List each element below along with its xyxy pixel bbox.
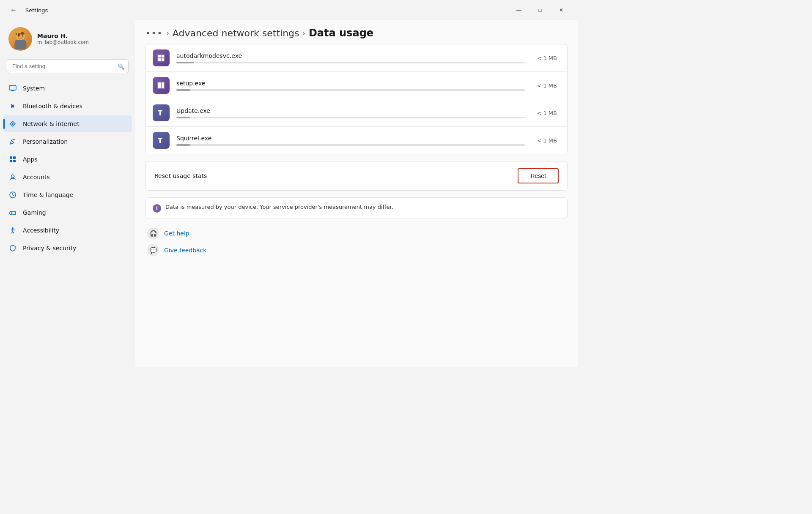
svg-point-25 xyxy=(12,227,14,229)
svg-point-3 xyxy=(20,32,25,35)
svg-rect-37 xyxy=(162,82,164,88)
sidebar-item-system-label: System xyxy=(23,85,45,92)
svg-point-5 xyxy=(18,36,19,37)
sidebar-item-gaming[interactable]: Gaming xyxy=(3,204,132,221)
apps-icon xyxy=(8,155,17,164)
app-info-squirrel: Squirrel.exe xyxy=(176,135,525,146)
back-button[interactable]: ← xyxy=(7,5,20,16)
svg-point-11 xyxy=(12,123,14,125)
sidebar-item-accounts-label: Accounts xyxy=(23,174,50,180)
info-text: Data is measured by your device. Your se… xyxy=(165,204,393,210)
svg-rect-14 xyxy=(13,156,16,159)
bluetooth-icon xyxy=(8,102,17,110)
table-row: autodarkmodesvc.exe < 1 MB xyxy=(146,44,567,72)
app-bar-wrap-setup xyxy=(176,89,525,91)
sidebar-item-network[interactable]: Network & internet xyxy=(3,115,132,132)
svg-rect-13 xyxy=(10,156,12,159)
svg-rect-7 xyxy=(15,40,26,49)
profile-info: Mauro H. m_lab@outlook.com xyxy=(37,33,89,45)
help-icon: 🎧 xyxy=(147,227,159,239)
close-button[interactable]: ✕ xyxy=(551,3,571,17)
svg-point-17 xyxy=(11,175,14,178)
sidebar-item-apps-label: Apps xyxy=(23,156,38,163)
footer-links: 🎧 Get help 💬 Give feedback xyxy=(145,227,568,256)
breadcrumb-dots: ••• xyxy=(145,28,163,38)
svg-line-12 xyxy=(11,139,15,140)
app-icon-setup xyxy=(153,77,170,94)
sidebar-item-apps[interactable]: Apps xyxy=(3,151,132,168)
breadcrumb-current: Data usage xyxy=(309,27,373,39)
search-input[interactable] xyxy=(7,59,129,73)
personalization-icon xyxy=(8,137,17,146)
app-bar-wrap-squirrel xyxy=(176,144,525,146)
sidebar-item-network-label: Network & internet xyxy=(23,120,80,127)
app-icon-update: T xyxy=(153,104,170,121)
app-bar-autodark xyxy=(176,62,194,63)
app-name-squirrel: Squirrel.exe xyxy=(176,135,525,142)
svg-rect-9 xyxy=(11,90,14,91)
sidebar-item-accessibility-label: Accessibility xyxy=(23,227,59,234)
svg-rect-15 xyxy=(10,160,12,162)
sidebar-item-time[interactable]: Time & language xyxy=(3,186,132,203)
info-row: i Data is measured by your device. Your … xyxy=(145,197,568,219)
minimize-button[interactable]: — xyxy=(509,3,529,17)
sidebar-item-gaming-label: Gaming xyxy=(23,209,46,216)
system-icon xyxy=(8,84,17,93)
sidebar-item-accessibility[interactable]: Accessibility xyxy=(3,222,132,239)
privacy-icon xyxy=(8,244,17,252)
app-info-autodark: autodarkmodesvc.exe xyxy=(176,52,525,63)
accounts-icon xyxy=(8,173,17,181)
breadcrumb-parent: Advanced network settings xyxy=(173,28,299,38)
give-feedback-link[interactable]: 💬 Give feedback xyxy=(147,244,566,256)
avatar xyxy=(8,27,32,51)
app-list: autodarkmodesvc.exe < 1 MB xyxy=(145,44,568,154)
get-help-label: Get help xyxy=(164,230,189,237)
main-layout: Mauro H. m_lab@outlook.com 🔍 System Blue… xyxy=(0,20,578,367)
sidebar-item-system[interactable]: System xyxy=(3,80,132,97)
app-icon-autodark xyxy=(153,49,170,66)
sidebar-item-privacy-label: Privacy & security xyxy=(23,245,76,252)
reset-label: Reset usage stats xyxy=(154,172,207,179)
svg-rect-36 xyxy=(158,82,161,88)
table-row: T Squirrel.exe < 1 MB xyxy=(146,127,567,154)
app-name-update: Update.exe xyxy=(176,107,525,114)
breadcrumb: ••• › Advanced network settings › Data u… xyxy=(135,20,578,41)
reset-button[interactable]: Reset xyxy=(518,168,559,183)
profile-email: m_lab@outlook.com xyxy=(37,39,89,45)
sidebar-item-personalization-label: Personalization xyxy=(23,138,68,145)
window-title: Settings xyxy=(25,7,48,14)
table-row: setup.exe < 1 MB xyxy=(146,72,567,99)
app-usage-setup: < 1 MB xyxy=(532,82,557,89)
window-controls: — □ ✕ xyxy=(509,3,571,17)
app-usage-autodark: < 1 MB xyxy=(532,55,557,61)
sidebar-item-privacy[interactable]: Privacy & security xyxy=(3,240,132,257)
svg-line-29 xyxy=(13,232,14,233)
app-name-autodark: autodarkmodesvc.exe xyxy=(176,52,525,59)
svg-point-6 xyxy=(22,36,23,37)
sidebar-item-time-label: Time & language xyxy=(23,191,73,198)
give-feedback-label: Give feedback xyxy=(164,247,206,254)
svg-rect-34 xyxy=(162,58,164,61)
app-bar-update xyxy=(176,117,190,118)
sidebar-item-bluetooth[interactable]: Bluetooth & devices xyxy=(3,98,132,115)
app-icon-squirrel: T xyxy=(153,132,170,149)
svg-rect-32 xyxy=(162,55,164,57)
svg-rect-16 xyxy=(13,160,16,162)
svg-rect-4 xyxy=(16,33,17,35)
maximize-button[interactable]: □ xyxy=(530,3,550,17)
sidebar-item-personalization[interactable]: Personalization xyxy=(3,133,132,150)
content-area: ••• › Advanced network settings › Data u… xyxy=(135,20,578,367)
feedback-icon: 💬 xyxy=(147,244,159,256)
svg-text:T: T xyxy=(158,109,162,117)
sidebar-nav: System Bluetooth & devices Network & int… xyxy=(0,80,135,257)
titlebar: ← Settings — □ ✕ xyxy=(0,0,578,20)
sidebar-item-accounts[interactable]: Accounts xyxy=(3,169,132,186)
app-bar-squirrel xyxy=(176,144,190,146)
content-body: autodarkmodesvc.exe < 1 MB xyxy=(135,41,578,367)
svg-line-20 xyxy=(13,195,14,196)
get-help-link[interactable]: 🎧 Get help xyxy=(147,227,566,239)
profile-name: Mauro H. xyxy=(37,33,89,39)
gaming-icon xyxy=(8,208,17,217)
search-box: 🔍 xyxy=(7,59,129,73)
app-name-setup: setup.exe xyxy=(176,80,525,87)
